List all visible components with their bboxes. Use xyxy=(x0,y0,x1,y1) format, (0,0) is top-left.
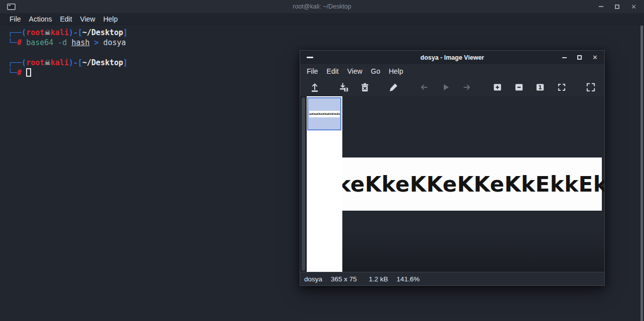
zoom-in-icon[interactable] xyxy=(491,81,504,94)
viewer-toolbar: 1 xyxy=(300,78,604,96)
viewer-menu-help[interactable]: Help xyxy=(389,67,403,75)
terminal-title: root@kali: ~/Desktop xyxy=(293,3,351,10)
viewer-statusbar: dosya 365 x 75 1.2 kB 141.6% xyxy=(300,272,604,285)
terminal-menu-edit[interactable]: Edit xyxy=(60,15,72,23)
viewer-menu-edit[interactable]: Edit xyxy=(327,67,339,75)
minimize-icon[interactable] xyxy=(562,57,567,58)
normal-size-icon[interactable]: 1 xyxy=(534,81,547,94)
terminal-app-icon xyxy=(7,4,16,10)
terminal-cursor xyxy=(26,68,31,77)
terminal-menu-file[interactable]: File xyxy=(10,15,21,23)
image-text: keKkeKKeKKeKkEkkEk xyxy=(342,172,604,197)
terminal-menu-actions[interactable]: Actions xyxy=(29,15,52,23)
thumbnail-scrollbar[interactable] xyxy=(300,96,307,272)
svg-text:1: 1 xyxy=(538,84,542,91)
close-icon[interactable]: ✕ xyxy=(592,54,598,61)
thumbnail-selected[interactable]: keKkeKKeKKeKkEkkEk xyxy=(307,97,341,130)
minimize-icon[interactable] xyxy=(599,6,603,7)
status-dimensions: 365 x 75 xyxy=(331,275,357,283)
displayed-image: keKkeKKeKKeKkEkkEk xyxy=(342,157,602,211)
viewer-title: dosya - Image Viewer xyxy=(421,54,484,61)
image-viewer-window: dosya - Image Viewer ✕ FileEditViewGoHel… xyxy=(300,50,605,286)
next-icon xyxy=(460,81,473,94)
open-icon[interactable] xyxy=(308,81,321,94)
edit-icon[interactable] xyxy=(387,81,400,94)
maximize-icon[interactable] xyxy=(577,55,582,60)
image-canvas[interactable]: keKkeKKeKKeKkEkkEk xyxy=(342,96,604,272)
thumbnail-image: keKkeKKeKKeKkEkkEk xyxy=(309,111,340,117)
status-zoom-level: 141.6% xyxy=(397,275,420,283)
viewer-menu-file[interactable]: File xyxy=(307,67,318,75)
terminal-line: ┌──(root☠kali)-[~/Desktop] xyxy=(8,28,632,38)
fit-window-icon[interactable] xyxy=(555,81,568,94)
zoom-out-icon[interactable] xyxy=(512,81,526,94)
terminal-titlebar: root@kali: ~/Desktop ✕ xyxy=(0,0,644,13)
terminal-menu-help[interactable]: Help xyxy=(103,15,118,23)
slideshow-icon xyxy=(439,81,452,94)
close-icon[interactable]: ✕ xyxy=(631,4,636,10)
terminal-line: └─# base64 -d hash > dosya xyxy=(8,38,632,48)
previous-icon xyxy=(418,81,431,94)
thumbnail-pane: keKkeKKeKKeKkEkkEk xyxy=(307,96,342,272)
delete-icon[interactable] xyxy=(358,81,371,94)
save-as-icon[interactable] xyxy=(337,81,350,94)
viewer-menu-go[interactable]: Go xyxy=(371,67,380,75)
viewer-menubar: FileEditViewGoHelp xyxy=(300,64,604,78)
terminal-scrollbar[interactable] xyxy=(640,26,643,321)
maximize-icon[interactable] xyxy=(615,5,619,9)
terminal-menu-view[interactable]: View xyxy=(80,15,95,23)
status-filename: dosya xyxy=(304,275,322,283)
terminal-menubar: FileActionsEditViewHelp xyxy=(0,13,644,25)
status-filesize: 1.2 kB xyxy=(369,275,388,283)
viewer-titlebar: dosya - Image Viewer ✕ xyxy=(300,51,604,64)
thumbnail-scrollbar-thumb[interactable] xyxy=(302,97,305,271)
viewer-app-icon xyxy=(307,57,313,58)
fullscreen-icon[interactable] xyxy=(584,81,597,94)
viewer-menu-view[interactable]: View xyxy=(347,67,362,75)
